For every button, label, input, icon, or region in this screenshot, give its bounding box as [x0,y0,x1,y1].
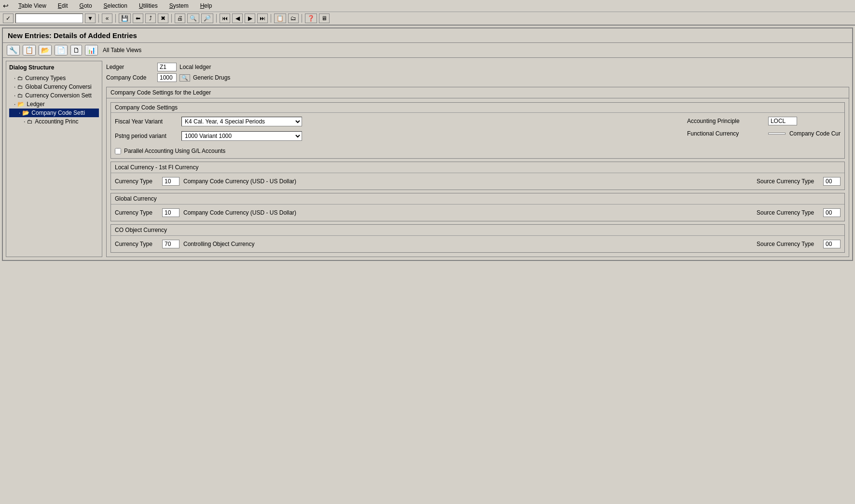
find-button[interactable]: 🔍 [187,14,199,23]
grid-button[interactable]: 🗂 [288,14,299,23]
bullet-5: · [19,109,20,116]
sub-toolbar: 🔧 📋 📂 📄 🗋 📊 All Table Views [3,43,852,58]
sidebar-label-3: Currency Conversion Sett [25,92,91,99]
bullet-3: · [14,92,15,99]
local-currency-body: Currency Type 10 Company Code Currency (… [111,173,844,190]
menu-table-view[interactable]: Table View [16,1,48,10]
ledger-company-header: Ledger Z1 Local ledger Company Code 1000… [106,61,849,84]
folder-icon-2: 🗀 [17,83,23,90]
sep1 [98,14,99,23]
company-code-desc: Generic Drugs [193,74,230,81]
menu-bar: ↩ Table View Edit Goto Selection Utiliti… [0,0,855,12]
bullet-1: · [14,75,15,82]
content-area: Dialog Structure · 🗀 Currency Types · 🗀 … [3,58,852,260]
next-page-button[interactable]: ▶ [245,14,255,23]
pstng-period-select[interactable]: 1000 Variant 1000 [181,131,302,141]
page-title: New Entries: Details of Added Entries [3,28,852,43]
co-currency-type-label: Currency Type [115,241,158,247]
sidebar-item-ledger[interactable]: · 📂 Ledger [9,100,99,109]
sidebar-item-currency-types[interactable]: · 🗀 Currency Types [9,74,99,82]
command-input[interactable] [15,14,83,23]
layout-button[interactable]: 📋 [274,14,286,23]
accounting-principle-label: Accounting Principle [687,118,764,124]
folder-icon-3: 🗀 [17,92,23,99]
exit-icon[interactable]: ↩ [3,2,9,10]
menu-selection[interactable]: Selection [102,1,129,10]
system-button[interactable]: 🖥 [319,14,330,23]
fiscal-year-row: Fiscal Year Variant K4 Cal. Year, 4 Spec… [115,117,677,126]
global-currency-type-value: 10 [162,208,179,217]
functional-currency-row: Functional Currency Company Code Cur [687,130,841,137]
accounting-principle-row: Accounting Principle LOCL [687,117,841,125]
global-source-currency-type-label: Source Currency Type [757,209,819,216]
bullet-4: · [14,101,15,108]
help-button[interactable]: ❓ [305,14,317,23]
sidebar-label-6: Accounting Princ [35,118,78,125]
exit-btn[interactable]: ⤴ [145,14,156,23]
global-currency-type-label: Currency Type [115,209,158,216]
cancel-button[interactable]: ✖ [158,14,168,23]
sep3 [171,14,172,23]
co-source-currency-type-label: Source Currency Type [757,241,819,247]
sep5 [271,14,271,23]
sidebar-item-currency-conversion[interactable]: · 🗀 Currency Conversion Sett [9,91,99,100]
global-currency-body: Currency Type 10 Company Code Currency (… [111,204,844,221]
save-button[interactable]: 💾 [119,14,131,23]
sidebar-item-global-currency[interactable]: · 🗀 Global Currency Conversi [9,82,99,91]
menu-system[interactable]: System [167,1,191,10]
print-button[interactable]: 🖨 [175,14,185,23]
local-currency-section: Local Currency - 1st FI Currency Currenc… [110,162,845,190]
sub-btn-6[interactable]: 📊 [85,45,98,55]
sub-btn-2[interactable]: 📋 [23,45,36,55]
sep6 [302,14,302,23]
sub-section-body: Fiscal Year Variant K4 Cal. Year, 4 Spec… [111,113,844,158]
functional-currency-label: Functional Currency [687,130,764,137]
check-button[interactable]: ✓ [3,14,14,23]
functional-currency-desc: Company Code Cur [789,130,841,137]
sub-btn-4[interactable]: 📄 [55,45,68,55]
local-source-currency-type-value: 00 [823,177,841,186]
global-currency-header: Global Currency [111,193,844,204]
dialog-structure-sidebar: Dialog Structure · 🗀 Currency Types · 🗀 … [6,61,102,257]
sidebar-item-accounting-princ[interactable]: · 🗀 Accounting Princ [9,117,99,126]
co-currency-type-value: 70 [162,240,179,248]
prev-button[interactable]: « [102,14,112,23]
find-next-button[interactable]: 🔎 [201,14,213,23]
local-currency-row: Currency Type 10 Company Code Currency (… [115,177,841,186]
menu-help[interactable]: Help [198,1,214,10]
ledger-value: Z1 [157,63,177,71]
first-button[interactable]: ⏮ [220,14,230,23]
co-object-currency-section: CO Object Currency Currency Type 70 Cont… [110,224,845,253]
prev-page-button[interactable]: ◀ [232,14,243,23]
sep4 [216,14,217,23]
menu-utilities[interactable]: Utilities [137,1,160,10]
parallel-accounting-checkbox[interactable] [115,148,121,154]
pstng-period-row: Pstng period variant 1000 Variant 1000 [115,131,677,141]
sub-btn-1[interactable]: 🔧 [7,45,20,55]
sidebar-label-2: Global Currency Conversi [25,83,91,90]
last-button[interactable]: ⏭ [257,14,268,23]
co-currency-type-desc: Controlling Object Currency [183,241,743,247]
company-code-label: Company Code [106,74,154,81]
folder-icon-1: 🗀 [17,75,23,82]
global-currency-section: Global Currency Currency Type 10 Company… [110,193,845,221]
sidebar-title: Dialog Structure [9,64,99,71]
section-header-company-code: Company Code Settings for the Ledger [107,87,849,98]
ledger-desc: Local ledger [179,64,211,70]
sub-btn-3[interactable]: 📂 [39,45,52,55]
fiscal-year-select[interactable]: K4 Cal. Year, 4 Special Periods [181,117,302,126]
menu-edit[interactable]: Edit [56,1,70,10]
company-code-settings-panel: Company Code Settings for the Ledger Com… [106,87,849,257]
local-source-currency-type-label: Source Currency Type [757,178,819,185]
accounting-principle-value: LOCL [768,117,797,125]
sub-btn-5[interactable]: 🗋 [70,45,82,55]
co-source-currency-type-value: 00 [823,240,841,248]
company-code-search-button[interactable]: 🔍 [179,74,190,82]
back-button[interactable]: ⬅ [133,14,143,23]
toolbar: ✓ ▼ « 💾 ⬅ ⤴ ✖ 🖨 🔍 🔎 ⏮ ◀ ▶ ⏭ 📋 🗂 ❓ 🖥 [0,12,855,26]
folder-icon-6: 🗀 [27,118,33,125]
sidebar-label-1: Currency Types [25,75,66,82]
dropdown-button[interactable]: ▼ [85,14,96,23]
sidebar-item-company-code-settings[interactable]: · 📂 Company Code Setti [9,109,99,117]
menu-goto[interactable]: Goto [78,1,94,10]
